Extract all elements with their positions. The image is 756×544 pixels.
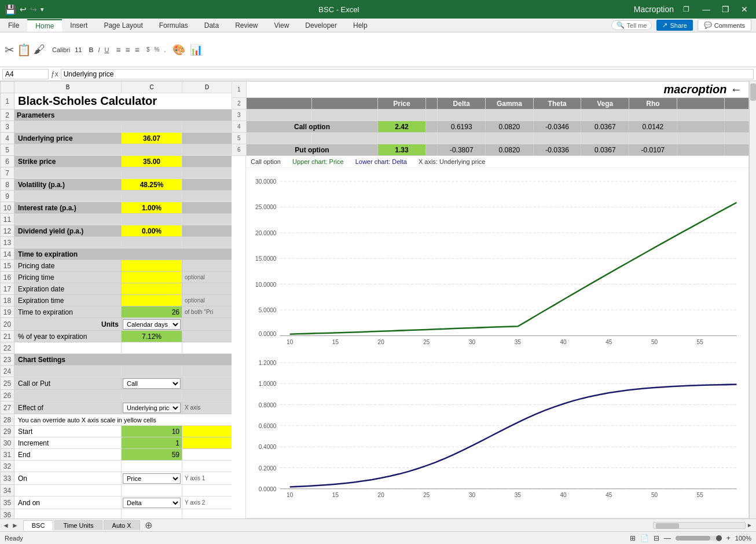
tab-formulas[interactable]: Formulas [151, 20, 196, 31]
tte-label: Time to expiration [14, 306, 122, 318]
chart-lower-label: Lower chart: Delta [355, 158, 407, 165]
cell-mode-icon[interactable]: ⊞ [630, 534, 636, 542]
minimize-button[interactable]: — [699, 3, 714, 15]
tab-home[interactable]: Home [27, 19, 62, 32]
r5-k [533, 133, 581, 144]
r5-c [122, 144, 182, 156]
x-axis-label-cell: X axis [182, 401, 232, 414]
row-8: 8 [1, 179, 14, 191]
and-on-select[interactable]: Delta Price Gamma [123, 498, 181, 508]
r2-n [677, 98, 725, 109]
svg-text:15: 15 [332, 339, 339, 345]
restore-down-icon[interactable]: ❐ [678, 5, 694, 13]
increment-label: Increment [14, 437, 122, 449]
r11-b [14, 214, 122, 225]
call-option-label: Call option [246, 121, 377, 133]
interest-value[interactable]: 1.00% [122, 202, 182, 214]
redo-icon[interactable]: ↪ [30, 5, 37, 14]
r13-d [182, 237, 232, 249]
comments-button[interactable]: 💬 Comments [698, 19, 751, 31]
tab-insert[interactable]: Insert [62, 20, 96, 31]
tab-data[interactable]: Data [196, 20, 227, 31]
effect-label: Effect of [14, 401, 122, 414]
units-select[interactable]: Calendar days Trading days [123, 319, 181, 330]
svg-text:0.8000: 0.8000 [259, 402, 277, 408]
horizontal-scrollbar[interactable] [653, 522, 746, 529]
restore-button[interactable]: ❐ [718, 3, 733, 15]
tab-developer[interactable]: Developer [297, 20, 345, 31]
put-vega: 0.0367 [581, 144, 629, 156]
dividend-value[interactable]: 0.00% [122, 225, 182, 237]
vertical-scrollbar[interactable] [749, 81, 756, 519]
svg-text:50: 50 [651, 492, 658, 498]
pricing-time-optional: optional [182, 272, 232, 283]
and-on-dropdown-cell[interactable]: Delta Price Gamma [122, 496, 182, 509]
r3-c [122, 121, 182, 133]
r5-rownum: 5 [232, 133, 247, 144]
volatility-value[interactable]: 48.25% [122, 179, 182, 191]
chart-upper-label: Upper chart: Price [292, 158, 344, 165]
add-sheet-button[interactable]: ⊕ [145, 520, 152, 531]
increment-override[interactable] [182, 437, 232, 449]
strike-value[interactable]: 35.00 [122, 156, 182, 167]
svg-text:1.2000: 1.2000 [259, 360, 277, 366]
customize-icon[interactable]: ▾ [41, 6, 44, 13]
effect-dropdown-cell[interactable]: Underlying price Volatility Time to expi… [122, 401, 182, 414]
tab-review[interactable]: Review [227, 20, 266, 31]
row-13: 13 [1, 237, 14, 249]
col-theta-header: Theta [533, 98, 581, 109]
page-layout-icon[interactable]: 📄 [640, 534, 649, 542]
call-gamma: 0.0820 [486, 121, 534, 133]
tab-view[interactable]: View [266, 20, 298, 31]
formula-input[interactable] [61, 69, 754, 79]
scroll-tabs-right[interactable]: ► [12, 521, 19, 530]
tab-auto-x[interactable]: Auto X [104, 520, 140, 530]
share-button[interactable]: ↗ Share [656, 20, 692, 31]
exp-date-value[interactable] [122, 283, 182, 295]
tab-page-layout[interactable]: Page Layout [96, 20, 151, 31]
r19-d: of both "Pri [182, 306, 232, 318]
tab-bsc[interactable]: BSC [23, 520, 54, 531]
start-override[interactable] [182, 426, 232, 437]
app-name: Macroption [634, 5, 674, 14]
on-dropdown-cell[interactable]: Price Delta Gamma [122, 472, 182, 485]
zoom-out-icon[interactable]: — [664, 534, 671, 542]
undo-icon[interactable]: ↩ [20, 5, 27, 14]
svg-text:1.0000: 1.0000 [259, 381, 277, 387]
callput-dropdown-cell[interactable]: Call Put [122, 377, 182, 390]
zoom-slider[interactable] [676, 536, 722, 541]
page-break-icon[interactable]: ⊟ [654, 534, 659, 542]
col-price-header: Price [378, 98, 426, 109]
function-icon[interactable]: ƒx [51, 70, 58, 78]
row-15: 15 [1, 260, 14, 272]
pricing-date-value[interactable] [122, 260, 182, 272]
chart-call-label: Call option [251, 158, 281, 165]
on-select[interactable]: Price Delta Gamma [123, 473, 181, 484]
name-box[interactable] [2, 69, 49, 79]
search-box[interactable]: 🔍 Tell me [611, 20, 652, 30]
tab-help[interactable]: Help [345, 20, 376, 31]
pricing-time-value[interactable] [122, 272, 182, 283]
effect-select[interactable]: Underlying price Volatility Time to expi… [123, 403, 181, 413]
units-dropdown-cell[interactable]: Calendar days Trading days [122, 318, 182, 331]
tab-file[interactable]: File [0, 20, 27, 31]
titlebar-right: Macroption ❐ — ❐ ✕ [634, 3, 751, 15]
exp-time-value[interactable] [122, 295, 182, 306]
row-17: 17 [1, 283, 14, 295]
close-button[interactable]: ✕ [737, 3, 751, 15]
tab-time-units[interactable]: Time Units [54, 520, 102, 530]
pricing-date-label: Pricing date [14, 260, 122, 272]
save-icon[interactable]: 💾 [5, 4, 16, 15]
callput-select[interactable]: Call Put [123, 378, 181, 389]
scroll-right[interactable]: ► [747, 522, 753, 528]
underlying-value[interactable]: 36.07 [122, 133, 182, 144]
r4-o [725, 121, 749, 133]
zoom-in-icon[interactable]: + [726, 534, 731, 542]
row-35: 35 [1, 496, 14, 509]
search-placeholder: Tell me [627, 22, 647, 29]
start-value: 10 [122, 426, 182, 437]
col-header-c: C [122, 82, 182, 93]
r3-k [533, 109, 581, 121]
scroll-tabs-left[interactable]: ◄ [2, 521, 9, 530]
call-price: 2.42 [378, 121, 426, 133]
